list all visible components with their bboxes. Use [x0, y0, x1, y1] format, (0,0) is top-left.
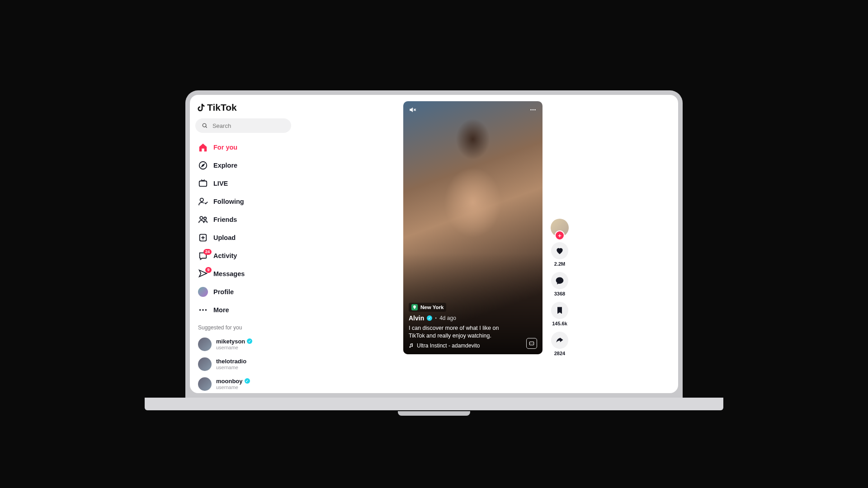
nav-label: For you [213, 144, 237, 151]
time-ago: 4d ago [439, 315, 456, 321]
video-caption: I can discover more of what I like on Ti… [409, 324, 508, 340]
laptop-notch [398, 411, 470, 416]
search-icon [202, 122, 208, 129]
caption-toggle-button[interactable] [526, 338, 537, 349]
captions-icon [528, 340, 535, 347]
avatar [198, 357, 212, 371]
feed: New York Alvin · 4d ago I can discover m… [294, 95, 678, 393]
like-button[interactable]: 2.2M [551, 242, 568, 267]
nav-label: More [213, 306, 229, 314]
nav-label: Profile [213, 288, 234, 296]
suggested-username: username [216, 365, 246, 371]
share-button[interactable]: 2824 [551, 332, 568, 356]
avatar [198, 338, 212, 351]
svg-rect-19 [529, 342, 533, 345]
svg-marker-3 [202, 164, 204, 167]
search-input[interactable] [212, 122, 285, 129]
nav-label: Upload [213, 234, 236, 241]
verified-badge-icon [427, 315, 432, 321]
sidebar-item-explore[interactable]: Explore [195, 157, 291, 174]
like-count: 2.2M [554, 261, 565, 267]
sidebar-item-activity[interactable]: 24 Activity [195, 248, 291, 264]
suggested-account[interactable]: thelotradio username [195, 355, 291, 373]
suggested-username: username [216, 385, 250, 390]
brand-text: TikTok [207, 102, 237, 113]
suggested-header: Suggested for you [195, 320, 291, 333]
laptop-frame: TikTok For you Explore LIVE Following [185, 90, 683, 398]
save-count: 145.6k [552, 321, 567, 326]
action-rail: + 2.2M 3368 145.6k 2824 [551, 219, 569, 356]
svg-point-7 [204, 217, 207, 220]
nav-label: Messages [213, 270, 245, 277]
messages-badge: 9 [205, 267, 212, 273]
svg-point-12 [202, 309, 204, 311]
author-name[interactable]: Alvin [409, 314, 424, 322]
location-badge[interactable]: New York [409, 303, 446, 312]
upload-icon [198, 233, 208, 243]
sidebar-item-live[interactable]: LIVE [195, 175, 291, 192]
avatar [198, 377, 212, 391]
nav-label: Explore [213, 162, 237, 169]
follow-button[interactable]: + [555, 230, 565, 240]
user-check-icon [198, 197, 208, 206]
svg-point-16 [530, 109, 532, 111]
verified-badge-icon [245, 378, 250, 384]
music-row[interactable]: Ultra Instinct - adamdevito [409, 343, 537, 349]
mute-button[interactable] [409, 106, 417, 116]
svg-point-13 [205, 309, 207, 311]
bookmark-icon [555, 306, 564, 315]
sidebar: TikTok For you Explore LIVE Following [190, 95, 294, 393]
verified-badge-icon [247, 338, 252, 344]
svg-point-6 [200, 216, 203, 219]
suggested-name: thelotradio [216, 358, 246, 365]
brand-logo[interactable]: TikTok [195, 100, 291, 117]
svg-rect-4 [199, 181, 207, 187]
suggested-account[interactable]: moonboy username [195, 375, 291, 393]
svg-point-18 [534, 109, 536, 111]
friends-icon [198, 215, 208, 225]
sidebar-item-following[interactable]: Following [195, 193, 291, 210]
tiktok-icon [196, 103, 206, 113]
sidebar-item-foryou[interactable]: For you [195, 139, 291, 155]
nav-label: Activity [213, 252, 237, 259]
laptop-base [145, 398, 723, 410]
svg-line-1 [206, 127, 207, 128]
comment-button[interactable]: 3368 [551, 272, 568, 296]
live-icon [198, 178, 208, 188]
search-bar[interactable] [195, 118, 291, 133]
nav-label: Friends [213, 216, 237, 223]
sidebar-item-profile[interactable]: Profile [195, 284, 291, 300]
music-note-icon [409, 343, 414, 348]
comment-icon [555, 276, 564, 285]
location-text: New York [420, 305, 443, 310]
svg-point-5 [200, 198, 203, 202]
sidebar-item-more[interactable]: More [195, 302, 291, 318]
suggested-account[interactable]: miketyson username [195, 335, 291, 353]
time-separator: · [435, 314, 437, 322]
video-more-button[interactable] [529, 106, 537, 116]
svg-point-11 [199, 309, 201, 311]
sidebar-item-upload[interactable]: Upload [195, 230, 291, 246]
share-count: 2824 [554, 351, 565, 356]
more-icon [529, 106, 537, 114]
suggested-username: username [216, 345, 252, 351]
video-card[interactable]: New York Alvin · 4d ago I can discover m… [403, 101, 542, 354]
app-screen: TikTok For you Explore LIVE Following [190, 95, 678, 393]
svg-point-17 [533, 109, 534, 111]
suggested-name: miketyson [216, 338, 245, 345]
nav-label: LIVE [213, 180, 228, 187]
nav-label: Following [213, 198, 244, 205]
save-button[interactable]: 145.6k [551, 302, 568, 326]
volume-muted-icon [409, 106, 417, 114]
home-icon [198, 142, 208, 152]
svg-point-0 [203, 123, 206, 127]
activity-badge: 24 [203, 249, 212, 255]
location-icon [411, 304, 418, 310]
share-icon [555, 336, 564, 345]
avatar [198, 287, 208, 297]
suggested-name: moonboy [216, 378, 243, 385]
sidebar-item-friends[interactable]: Friends [195, 211, 291, 228]
author-avatar[interactable]: + [551, 219, 569, 237]
comment-count: 3368 [554, 291, 565, 296]
sidebar-item-messages[interactable]: 9 Messages [195, 266, 291, 282]
